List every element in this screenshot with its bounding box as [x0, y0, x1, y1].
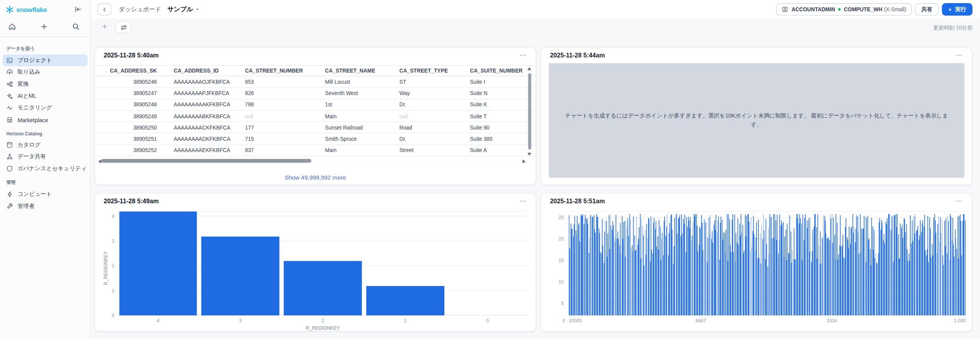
- add-tile-icon[interactable]: [101, 23, 108, 30]
- table-row[interactable]: 38905248AAAAAAAAAKFKBFCA7881stDr.Suite K: [95, 99, 536, 111]
- scroll-down-arrow[interactable]: [528, 153, 531, 156]
- catalog-icon: [6, 142, 13, 149]
- column-header: CA_SUITE_NUMBER: [457, 66, 535, 76]
- x-tick-label: 0: [550, 318, 565, 324]
- y-tick-label: 1: [98, 288, 114, 294]
- horizontal-scrollbar-thumb[interactable]: [101, 159, 311, 163]
- sidebar-item-marketplace[interactable]: Marketplace: [2, 114, 87, 126]
- table-cell: Dr.: [386, 99, 457, 111]
- new-worksheet-plus-icon[interactable]: [40, 22, 48, 31]
- x-tick-label: 3: [199, 318, 282, 324]
- dashboard-toolbar: 更新時刻 10分前: [91, 19, 980, 37]
- sidebar-collapse-icon[interactable]: [74, 5, 83, 14]
- run-button[interactable]: 実行: [942, 3, 973, 16]
- sidebar-item-label: 管理者: [17, 202, 34, 210]
- y-axis-title: R_REGIONKEY: [103, 241, 108, 285]
- tile-dense-chart: 2025-11-28 5:51am 2520151050100006667333…: [541, 193, 973, 332]
- sidebar-section-label: データを扱う: [0, 41, 90, 54]
- ai-ml-icon: [6, 93, 13, 100]
- table-cell: 1st: [312, 99, 386, 111]
- shield-icon: [6, 165, 13, 172]
- tile-menu-dots-icon[interactable]: [519, 51, 527, 59]
- table-header-row: CA_ADDRESS_SKCA_ADDRESS_IDCA_STREET_NUMB…: [95, 66, 536, 76]
- scroll-up-arrow[interactable]: [528, 67, 531, 70]
- too-many-points-message: チャートを生成するにはデータポイントが多すぎます。選択を10Kポイント未満に制限…: [560, 112, 953, 129]
- sidebar-item-data-sharing[interactable]: データ共有: [2, 151, 87, 163]
- table-row[interactable]: 38905251AAAAAAAADKFKBFCA715Smith SpruceD…: [95, 133, 536, 145]
- sidebar-item-monitoring[interactable]: モニタリング: [2, 102, 87, 114]
- x-tick-label: 10000: [569, 318, 606, 324]
- tile-menu-dots-icon[interactable]: [955, 51, 963, 59]
- topbar: ダッシュボード サンプル ACCOUNTADMIN COMPUTE_WH (X-…: [91, 0, 980, 19]
- sidebar-item-ai-ml[interactable]: AIとML: [2, 90, 87, 102]
- home-icon[interactable]: [8, 22, 16, 31]
- table-cell: 38905253: [95, 156, 160, 159]
- region-bar-chart: 1234043210R_REGIONKEYR_REGIONKEY: [95, 194, 536, 331]
- sidebar-item-catalog[interactable]: カタログ: [2, 139, 87, 151]
- search-icon[interactable]: [72, 22, 80, 31]
- table-cell: 939: [232, 156, 312, 159]
- projects-icon: [6, 57, 13, 64]
- context-selector[interactable]: ACCOUNTADMIN COMPUTE_WH (X-Small): [777, 3, 912, 16]
- scroll-left-arrow[interactable]: [98, 159, 101, 163]
- show-more-link[interactable]: Show 49,999,992 more: [95, 174, 536, 181]
- table-cell: Sunset Railroad: [312, 122, 386, 133]
- snowflake-dashboard: snowflake データを扱うプロジェクト取り込み変換AIとMLモニタリングM…: [0, 0, 980, 339]
- snowflake-logo[interactable]: snowflake: [5, 5, 47, 14]
- table-cell: Suite I: [457, 76, 535, 88]
- sidebar-item-admin[interactable]: 管理者: [2, 200, 87, 212]
- table-row[interactable]: 38905252AAAAAAAAEKFKBFCA837MainStreetSui…: [95, 145, 536, 156]
- chevron-left-icon: [101, 7, 107, 12]
- table-row[interactable]: 38905247AAAAAAAAPJFKBFCA826Seventh WestW…: [95, 88, 536, 99]
- column-header: CA_STREET_NAME: [312, 66, 386, 76]
- snowflake-logo-icon: [5, 5, 14, 14]
- bar: [201, 236, 279, 315]
- scroll-right-arrow[interactable]: [523, 159, 526, 163]
- table-row[interactable]: 38905253AAAAAAAAFKFKBFCA939OakParkwaySui…: [95, 156, 536, 159]
- table-cell: 38905249: [95, 111, 160, 122]
- marketplace-icon: [6, 116, 13, 123]
- table-cell: AAAAAAAAPJFKBFCA: [161, 88, 232, 99]
- x-tick-label: 4: [117, 318, 199, 324]
- table-cell: 38905252: [95, 145, 160, 156]
- x-tick-label: 0: [446, 318, 529, 324]
- sidebar-section-label: Horizon Catalog: [0, 126, 90, 139]
- share-button[interactable]: 共有: [915, 3, 939, 16]
- table-cell: null: [232, 111, 312, 122]
- filters-button[interactable]: [115, 21, 132, 33]
- sidebar-item-label: AIとML: [17, 92, 36, 100]
- table-row[interactable]: 38905246AAAAAAAAOJFKBFCA853Mill LocustST…: [95, 76, 536, 88]
- sidebar-item-transformation[interactable]: 変換: [2, 78, 87, 90]
- bar: [284, 261, 362, 315]
- caret-down-icon: [195, 7, 200, 12]
- table-row[interactable]: 38905249AAAAAAAABKFKBFCAnullMainnullSuit…: [95, 111, 536, 122]
- sidebar-item-ingestion[interactable]: 取り込み: [2, 66, 87, 78]
- column-header: CA_STREET_TYPE: [386, 66, 457, 76]
- y-tick-label: 10: [547, 279, 564, 285]
- sidebar-item-projects[interactable]: プロジェクト: [2, 54, 87, 66]
- bar: [965, 220, 966, 316]
- table-cell: AAAAAAAAOJFKBFCA: [161, 76, 232, 88]
- table-cell: Oak: [312, 156, 386, 159]
- vertical-scrollbar-thumb[interactable]: [528, 73, 531, 150]
- y-tick-label: 5: [547, 300, 564, 306]
- dashboard-title-dropdown[interactable]: サンプル: [167, 5, 200, 14]
- sidebar-item-governance-security[interactable]: ガバナンスとセキュリティ: [2, 163, 87, 175]
- sidebar-item-label: ガバナンスとセキュリティ: [17, 164, 86, 173]
- x-tick-label: 1.000: [928, 318, 966, 324]
- table-cell: 788: [232, 99, 312, 111]
- sidebar-item-label: カタログ: [17, 141, 40, 149]
- back-button[interactable]: [98, 3, 111, 16]
- table-cell: AAAAAAAAEKFKBFCA: [161, 145, 232, 156]
- table-cell: 38905247: [95, 88, 160, 99]
- sidebar-item-compute[interactable]: コンピュート: [2, 189, 87, 201]
- table-cell: Suite 380: [457, 133, 535, 145]
- table-cell: Main: [312, 145, 386, 156]
- table-cell: Suite 90: [457, 122, 535, 133]
- tile-title: 2025-11-28 5:40am: [104, 52, 159, 59]
- table-row[interactable]: 38905250AAAAAAAACKFKBFCA177Sunset Railro…: [95, 122, 536, 133]
- sidebar-item-label: Marketplace: [17, 117, 48, 123]
- bar: [119, 211, 197, 315]
- monitoring-icon: [6, 104, 13, 111]
- dashboard-title: サンプル: [167, 5, 193, 14]
